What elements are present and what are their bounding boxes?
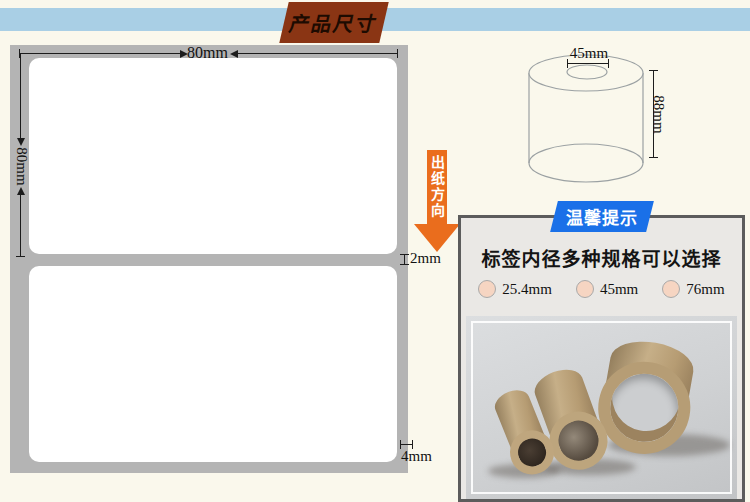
title-ribbon: 产品尺寸 — [279, 2, 388, 43]
roll-wireframe-drawing — [520, 45, 670, 193]
option-circle-icon — [478, 280, 496, 298]
roll-height-tick-top — [649, 70, 658, 71]
core-size-option: 25.4mm — [478, 280, 552, 298]
tips-heading: 标签内径多种规格可以选择 — [461, 244, 742, 271]
option-label: 25.4mm — [502, 281, 552, 298]
dim-width-line-left — [20, 53, 180, 54]
option-circle-icon — [662, 280, 680, 298]
option-circle-icon — [576, 280, 594, 298]
dim-width-tick-right — [397, 49, 398, 58]
tips-box: 标签内径多种规格可以选择 25.4mm 45mm 76mm — [458, 215, 745, 502]
product-dimension-infographic: 产品尺寸 80mm 80mm 2mm 4mm 出纸方向 45mm — [0, 0, 750, 502]
core-diameter-label: 45mm — [567, 45, 611, 62]
label-sticker-bottom — [29, 266, 397, 462]
dim-width-line-right — [238, 53, 398, 54]
dim-margin-label: 4mm — [401, 448, 432, 465]
tips-ribbon-label: 温馨提示 — [566, 204, 638, 229]
dim-width-label: 80mm — [187, 44, 228, 62]
label-backing-panel — [10, 45, 408, 473]
paper-direction-arrow: 出纸方向 — [427, 150, 447, 224]
core-size-option: 76mm — [662, 280, 724, 298]
dim-gap-label: 2mm — [410, 250, 441, 267]
roll-height-label: 88mm — [650, 93, 667, 137]
core-dim-line — [567, 63, 609, 64]
dim-gap-tick-bottom — [400, 264, 409, 265]
dim-gap-tick-top — [400, 254, 409, 255]
dim-height-label: 80mm — [13, 146, 30, 188]
dim-arrow-up-icon — [17, 187, 25, 195]
core-dim-tick-left — [567, 59, 568, 68]
roll-height-tick-bottom — [649, 157, 658, 158]
core-size-option: 45mm — [576, 280, 638, 298]
dim-height-tick-bottom — [16, 256, 25, 257]
dim-height-line-top — [20, 54, 21, 138]
paper-direction-arrowhead-icon — [414, 224, 460, 252]
core-dim-tick-right — [608, 59, 609, 68]
option-label: 45mm — [600, 281, 638, 298]
paper-cores-photo — [466, 316, 737, 499]
page-title: 产品尺寸 — [287, 8, 382, 37]
dim-height-line-bottom — [20, 195, 21, 257]
dim-arrow-left-icon — [230, 50, 238, 58]
core-size-options: 25.4mm 45mm 76mm — [467, 280, 736, 298]
option-label: 76mm — [686, 281, 724, 298]
tips-ribbon: 温馨提示 — [550, 201, 654, 232]
label-sticker-top — [29, 58, 397, 254]
paper-direction-label: 出纸方向 — [427, 155, 447, 219]
